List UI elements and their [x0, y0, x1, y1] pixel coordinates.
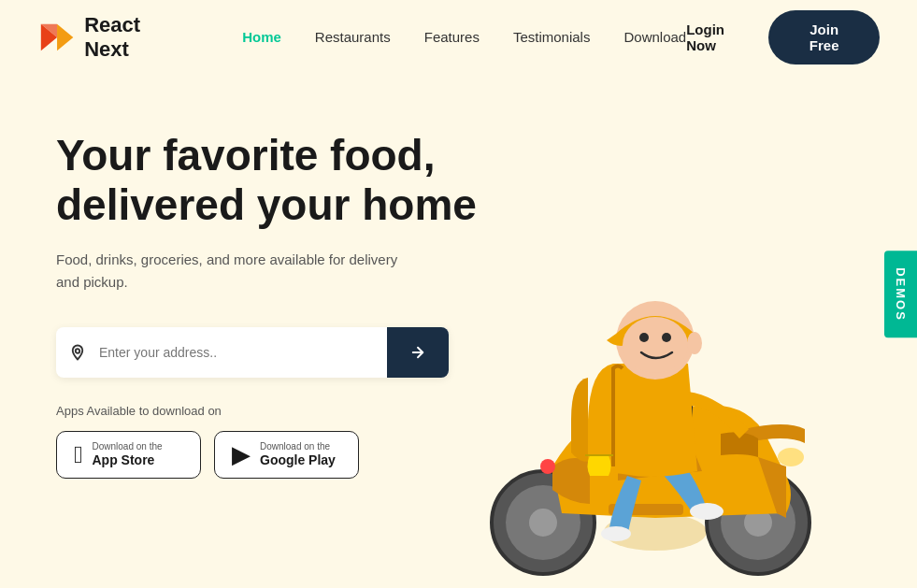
google-play-small: Download on the — [260, 441, 330, 452]
login-link[interactable]: Login Now — [686, 22, 753, 53]
svg-point-12 — [778, 448, 804, 466]
hero-subtitle: Food, drinks, groceries, and more availa… — [56, 249, 411, 294]
svg-point-14 — [540, 459, 555, 474]
svg-point-3 — [76, 349, 80, 353]
nav-links: Home Restaurants Features Testimonials D… — [242, 29, 686, 46]
join-button[interactable]: Join Free — [768, 10, 880, 65]
demo-tab[interactable]: DEMOS — [884, 251, 917, 338]
nav-right: Login Now Join Free — [686, 10, 880, 65]
nav-features[interactable]: Features — [424, 29, 480, 45]
app-buttons:  Download on the App Store ▶ Download o… — [56, 431, 486, 479]
google-play-large: Google Play — [260, 452, 336, 468]
svg-point-19 — [639, 333, 649, 342]
svg-point-15 — [690, 503, 724, 520]
search-button[interactable] — [387, 327, 449, 378]
play-icon: ▶ — [232, 442, 251, 466]
app-store-small: Download on the — [93, 441, 163, 452]
svg-point-16 — [601, 526, 631, 541]
app-store-button[interactable]:  Download on the App Store — [56, 431, 201, 479]
hero-illustration — [412, 102, 917, 588]
hero-title: Your favorite food, delivered your home — [56, 131, 486, 230]
svg-marker-1 — [57, 24, 73, 51]
brand-logo-icon — [37, 18, 75, 57]
apps-label: Apps Available to download on — [56, 404, 486, 418]
svg-point-8 — [529, 509, 557, 537]
search-bar — [56, 327, 449, 378]
nav-download[interactable]: Download — [623, 29, 686, 45]
logo-link[interactable]: React Next — [37, 13, 186, 62]
hero-section: Your favorite food, delivered your home … — [0, 75, 917, 588]
nav-home[interactable]: Home — [242, 29, 281, 45]
location-icon — [56, 344, 99, 361]
google-play-button[interactable]: ▶ Download on the Google Play — [214, 431, 359, 479]
apple-icon:  — [74, 442, 83, 466]
svg-point-18 — [623, 317, 688, 373]
app-store-large: App Store — [93, 452, 155, 468]
address-input[interactable] — [99, 328, 387, 377]
svg-point-21 — [687, 332, 702, 354]
svg-point-20 — [662, 333, 671, 342]
nav-testimonials[interactable]: Testimonials — [513, 29, 591, 45]
navbar: React Next Home Restaurants Features Tes… — [0, 0, 917, 75]
brand-name: React Next — [84, 13, 186, 62]
nav-restaurants[interactable]: Restaurants — [315, 29, 391, 45]
hero-content: Your favorite food, delivered your home … — [56, 112, 486, 479]
